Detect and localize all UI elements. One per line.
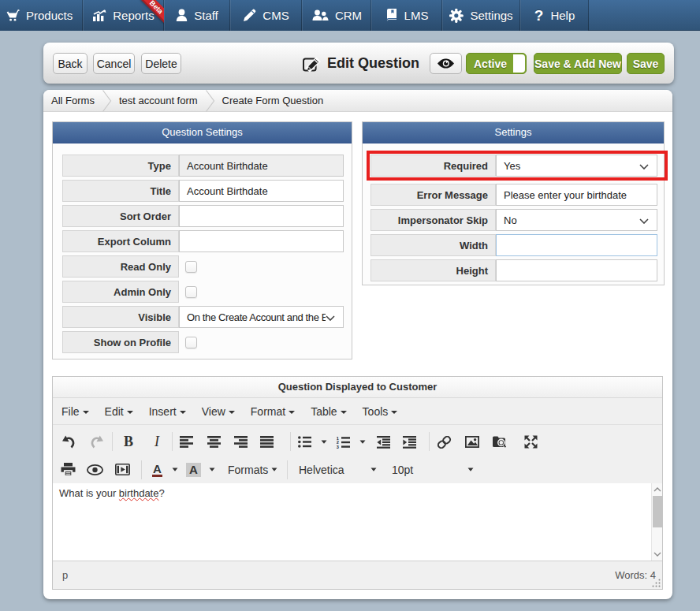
svg-text:3: 3 [337,444,340,449]
